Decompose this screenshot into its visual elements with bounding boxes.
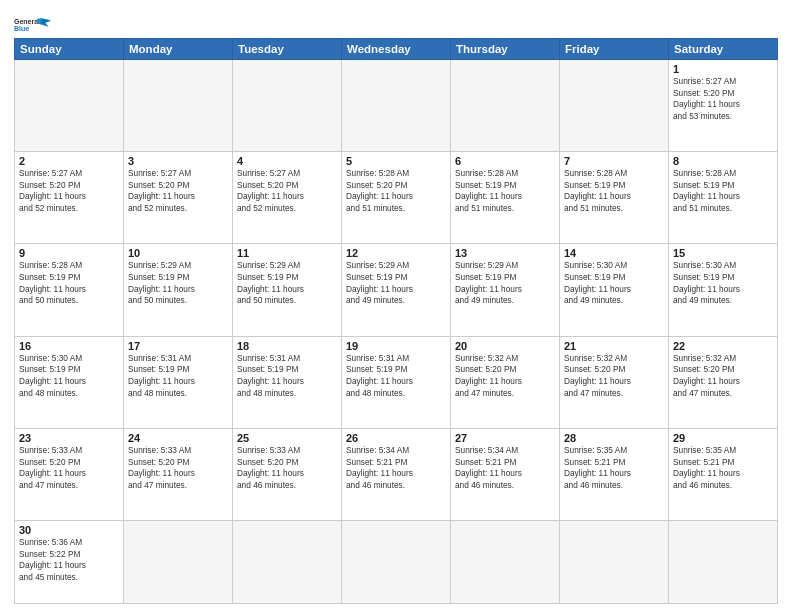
- day-info: Sunrise: 5:33 AM Sunset: 5:20 PM Dayligh…: [128, 445, 228, 491]
- day-number: 2: [19, 155, 119, 167]
- calendar-day-cell: 10Sunrise: 5:29 AM Sunset: 5:19 PM Dayli…: [124, 244, 233, 336]
- calendar-day-cell: 13Sunrise: 5:29 AM Sunset: 5:19 PM Dayli…: [451, 244, 560, 336]
- day-number: 24: [128, 432, 228, 444]
- calendar-day-cell: [560, 521, 669, 604]
- day-number: 13: [455, 247, 555, 259]
- calendar-day-cell: 17Sunrise: 5:31 AM Sunset: 5:19 PM Dayli…: [124, 336, 233, 428]
- calendar-day-cell: 12Sunrise: 5:29 AM Sunset: 5:19 PM Dayli…: [342, 244, 451, 336]
- calendar-day-cell: 28Sunrise: 5:35 AM Sunset: 5:21 PM Dayli…: [560, 428, 669, 520]
- day-number: 27: [455, 432, 555, 444]
- calendar-day-cell: [669, 521, 778, 604]
- day-number: 29: [673, 432, 773, 444]
- day-number: 18: [237, 340, 337, 352]
- calendar-day-cell: 16Sunrise: 5:30 AM Sunset: 5:19 PM Dayli…: [15, 336, 124, 428]
- day-number: 8: [673, 155, 773, 167]
- day-info: Sunrise: 5:32 AM Sunset: 5:20 PM Dayligh…: [455, 353, 555, 399]
- day-info: Sunrise: 5:33 AM Sunset: 5:20 PM Dayligh…: [237, 445, 337, 491]
- day-info: Sunrise: 5:31 AM Sunset: 5:19 PM Dayligh…: [128, 353, 228, 399]
- logo: General Blue: [14, 14, 54, 36]
- day-number: 25: [237, 432, 337, 444]
- calendar-day-header: Saturday: [669, 39, 778, 60]
- calendar-day-cell: 27Sunrise: 5:34 AM Sunset: 5:21 PM Dayli…: [451, 428, 560, 520]
- day-number: 15: [673, 247, 773, 259]
- calendar-day-cell: 25Sunrise: 5:33 AM Sunset: 5:20 PM Dayli…: [233, 428, 342, 520]
- day-number: 1: [673, 63, 773, 75]
- day-number: 21: [564, 340, 664, 352]
- calendar-week-row: 9Sunrise: 5:28 AM Sunset: 5:19 PM Daylig…: [15, 244, 778, 336]
- day-info: Sunrise: 5:34 AM Sunset: 5:21 PM Dayligh…: [455, 445, 555, 491]
- calendar-day-cell: [15, 60, 124, 152]
- logo-icon: General Blue: [14, 14, 54, 36]
- calendar-day-header: Friday: [560, 39, 669, 60]
- calendar-day-cell: 11Sunrise: 5:29 AM Sunset: 5:19 PM Dayli…: [233, 244, 342, 336]
- calendar-day-cell: [233, 60, 342, 152]
- calendar-day-cell: 15Sunrise: 5:30 AM Sunset: 5:19 PM Dayli…: [669, 244, 778, 336]
- calendar-day-cell: [342, 521, 451, 604]
- day-number: 7: [564, 155, 664, 167]
- calendar-day-cell: [560, 60, 669, 152]
- day-number: 14: [564, 247, 664, 259]
- day-info: Sunrise: 5:35 AM Sunset: 5:21 PM Dayligh…: [673, 445, 773, 491]
- day-number: 26: [346, 432, 446, 444]
- day-number: 22: [673, 340, 773, 352]
- day-number: 11: [237, 247, 337, 259]
- calendar-day-cell: 4Sunrise: 5:27 AM Sunset: 5:20 PM Daylig…: [233, 152, 342, 244]
- calendar-day-cell: [124, 521, 233, 604]
- day-info: Sunrise: 5:28 AM Sunset: 5:19 PM Dayligh…: [19, 260, 119, 306]
- calendar-day-cell: 22Sunrise: 5:32 AM Sunset: 5:20 PM Dayli…: [669, 336, 778, 428]
- calendar-day-header: Wednesday: [342, 39, 451, 60]
- day-number: 19: [346, 340, 446, 352]
- day-number: 5: [346, 155, 446, 167]
- calendar-day-cell: 26Sunrise: 5:34 AM Sunset: 5:21 PM Dayli…: [342, 428, 451, 520]
- day-info: Sunrise: 5:32 AM Sunset: 5:20 PM Dayligh…: [673, 353, 773, 399]
- day-info: Sunrise: 5:32 AM Sunset: 5:20 PM Dayligh…: [564, 353, 664, 399]
- calendar-day-cell: 7Sunrise: 5:28 AM Sunset: 5:19 PM Daylig…: [560, 152, 669, 244]
- calendar-week-row: 2Sunrise: 5:27 AM Sunset: 5:20 PM Daylig…: [15, 152, 778, 244]
- day-info: Sunrise: 5:30 AM Sunset: 5:19 PM Dayligh…: [673, 260, 773, 306]
- day-info: Sunrise: 5:28 AM Sunset: 5:20 PM Dayligh…: [346, 168, 446, 214]
- calendar-day-cell: 21Sunrise: 5:32 AM Sunset: 5:20 PM Dayli…: [560, 336, 669, 428]
- day-info: Sunrise: 5:29 AM Sunset: 5:19 PM Dayligh…: [128, 260, 228, 306]
- day-info: Sunrise: 5:31 AM Sunset: 5:19 PM Dayligh…: [346, 353, 446, 399]
- day-number: 6: [455, 155, 555, 167]
- calendar-week-row: 16Sunrise: 5:30 AM Sunset: 5:19 PM Dayli…: [15, 336, 778, 428]
- day-info: Sunrise: 5:33 AM Sunset: 5:20 PM Dayligh…: [19, 445, 119, 491]
- day-number: 9: [19, 247, 119, 259]
- calendar-day-cell: 29Sunrise: 5:35 AM Sunset: 5:21 PM Dayli…: [669, 428, 778, 520]
- day-info: Sunrise: 5:30 AM Sunset: 5:19 PM Dayligh…: [564, 260, 664, 306]
- day-info: Sunrise: 5:28 AM Sunset: 5:19 PM Dayligh…: [564, 168, 664, 214]
- calendar-day-cell: [451, 521, 560, 604]
- day-info: Sunrise: 5:27 AM Sunset: 5:20 PM Dayligh…: [128, 168, 228, 214]
- calendar-day-cell: 3Sunrise: 5:27 AM Sunset: 5:20 PM Daylig…: [124, 152, 233, 244]
- day-number: 10: [128, 247, 228, 259]
- day-number: 30: [19, 524, 119, 536]
- calendar-day-cell: [124, 60, 233, 152]
- day-info: Sunrise: 5:30 AM Sunset: 5:19 PM Dayligh…: [19, 353, 119, 399]
- day-info: Sunrise: 5:29 AM Sunset: 5:19 PM Dayligh…: [237, 260, 337, 306]
- calendar-day-cell: [342, 60, 451, 152]
- calendar-day-cell: 2Sunrise: 5:27 AM Sunset: 5:20 PM Daylig…: [15, 152, 124, 244]
- day-info: Sunrise: 5:29 AM Sunset: 5:19 PM Dayligh…: [455, 260, 555, 306]
- page: General Blue SundayMondayTuesdayWednesda…: [0, 0, 792, 612]
- day-number: 3: [128, 155, 228, 167]
- svg-text:Blue: Blue: [14, 25, 29, 32]
- day-info: Sunrise: 5:28 AM Sunset: 5:19 PM Dayligh…: [455, 168, 555, 214]
- day-number: 4: [237, 155, 337, 167]
- calendar-day-cell: 5Sunrise: 5:28 AM Sunset: 5:20 PM Daylig…: [342, 152, 451, 244]
- day-info: Sunrise: 5:27 AM Sunset: 5:20 PM Dayligh…: [673, 76, 773, 122]
- calendar-day-header: Thursday: [451, 39, 560, 60]
- day-info: Sunrise: 5:29 AM Sunset: 5:19 PM Dayligh…: [346, 260, 446, 306]
- calendar-week-row: 1Sunrise: 5:27 AM Sunset: 5:20 PM Daylig…: [15, 60, 778, 152]
- calendar-day-cell: 9Sunrise: 5:28 AM Sunset: 5:19 PM Daylig…: [15, 244, 124, 336]
- calendar-day-header: Sunday: [15, 39, 124, 60]
- day-number: 12: [346, 247, 446, 259]
- calendar-day-header: Monday: [124, 39, 233, 60]
- calendar-day-cell: 30Sunrise: 5:36 AM Sunset: 5:22 PM Dayli…: [15, 521, 124, 604]
- calendar-day-cell: 23Sunrise: 5:33 AM Sunset: 5:20 PM Dayli…: [15, 428, 124, 520]
- calendar-header-row: SundayMondayTuesdayWednesdayThursdayFrid…: [15, 39, 778, 60]
- calendar-day-cell: 14Sunrise: 5:30 AM Sunset: 5:19 PM Dayli…: [560, 244, 669, 336]
- calendar-week-row: 23Sunrise: 5:33 AM Sunset: 5:20 PM Dayli…: [15, 428, 778, 520]
- calendar-day-cell: 20Sunrise: 5:32 AM Sunset: 5:20 PM Dayli…: [451, 336, 560, 428]
- calendar-week-row: 30Sunrise: 5:36 AM Sunset: 5:22 PM Dayli…: [15, 521, 778, 604]
- calendar-day-cell: [451, 60, 560, 152]
